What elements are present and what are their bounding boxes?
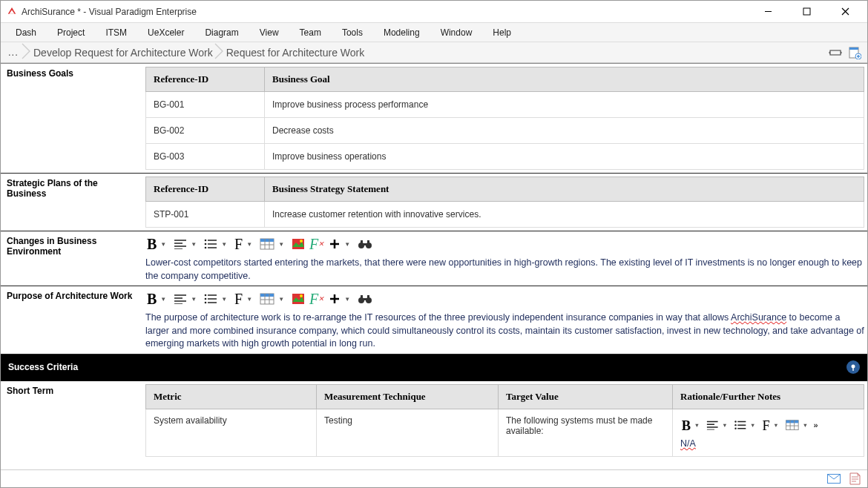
breadcrumb-item-2[interactable]: Request for Architecture Work <box>226 47 364 59</box>
bold-icon[interactable]: B <box>145 291 158 307</box>
title-bar: ArchiSurance * - Visual Paradigm Enterpr… <box>1 1 867 23</box>
fit-view-icon[interactable] <box>827 44 844 61</box>
breadcrumb-root[interactable]: ... <box>5 47 20 58</box>
table-icon[interactable] <box>258 291 276 307</box>
section-changes-env: Changes in Business Environment B▼ ▼ ▼ F… <box>1 231 867 286</box>
window-controls <box>752 1 861 22</box>
dropdown-arrow-icon[interactable]: ▼ <box>278 296 284 303</box>
note-icon[interactable] <box>848 472 861 486</box>
breadcrumb-item-1[interactable]: Develop Request for Architecture Work <box>33 47 213 59</box>
insert-icon[interactable] <box>327 236 342 252</box>
menu-team[interactable]: Team <box>289 24 332 41</box>
dropdown-arrow-icon[interactable]: ▼ <box>803 422 808 428</box>
pin-icon[interactable] <box>846 360 860 374</box>
binoculars-icon[interactable] <box>356 291 374 307</box>
spellcheck-flag: ArchiSurance <box>731 312 786 323</box>
format-clear-icon[interactable]: F✕ <box>308 236 326 252</box>
dropdown-arrow-icon[interactable]: ▼ <box>773 422 778 428</box>
rich-text-toolbar: B▼ ▼ ▼ F▼ ▼ F✕ ▼ <box>145 289 864 311</box>
svg-point-19 <box>205 302 207 304</box>
dropdown-arrow-icon[interactable]: ▼ <box>246 241 252 248</box>
menu-itsm[interactable]: ITSM <box>95 24 137 41</box>
list-icon[interactable] <box>203 236 219 252</box>
svg-rect-34 <box>786 420 799 423</box>
table-row[interactable]: BG-003Improve business operations <box>146 144 864 170</box>
bold-icon[interactable]: B <box>680 418 692 432</box>
content-pane[interactable]: Business Goals Reference-ID Business Goa… <box>1 63 867 469</box>
maximize-button[interactable] <box>790 1 823 22</box>
dropdown-arrow-icon[interactable]: ▼ <box>750 422 755 428</box>
svg-point-18 <box>205 298 207 300</box>
dropdown-arrow-icon[interactable]: ▼ <box>694 422 700 428</box>
success-criteria-header: Success Criteria <box>1 355 867 381</box>
svg-point-11 <box>300 240 303 243</box>
dropdown-arrow-icon[interactable]: ▼ <box>278 241 284 248</box>
menu-project[interactable]: Project <box>47 24 95 41</box>
section-label: Business Goals <box>1 64 145 173</box>
insert-icon[interactable] <box>327 291 342 307</box>
menu-bar: Dash Project ITSM UeXceler Diagram View … <box>1 23 867 42</box>
rich-text-content[interactable]: Lower-cost competitors started entering … <box>145 257 864 283</box>
menu-help[interactable]: Help <box>482 24 522 41</box>
table-row[interactable]: BG-002Decrease costs <box>146 118 864 144</box>
col-strategy: Business Strategy Statement <box>265 177 864 202</box>
align-icon[interactable] <box>172 291 188 307</box>
align-icon[interactable] <box>705 418 720 432</box>
window-title: ArchiSurance * - Visual Paradigm Enterpr… <box>22 7 752 17</box>
section-short-term: Short Term Metric Measurement Technique … <box>1 381 867 461</box>
dropdown-arrow-icon[interactable]: ▼ <box>191 296 197 303</box>
section-purpose: Purpose of Architecture Work B▼ ▼ ▼ F▼ ▼… <box>1 286 867 355</box>
table-icon[interactable] <box>258 236 276 252</box>
table-row[interactable]: STP-001Increase customer retention with … <box>146 202 864 228</box>
section-label: Changes in Business Environment <box>1 231 145 286</box>
font-icon[interactable]: F <box>233 236 244 252</box>
dropdown-arrow-icon[interactable]: ▼ <box>246 296 252 303</box>
table-icon[interactable] <box>784 418 800 432</box>
svg-rect-27 <box>367 295 369 299</box>
strategic-plans-table: Reference-ID Business Strategy Statement… <box>145 177 864 228</box>
menu-diagram[interactable]: Diagram <box>194 24 249 41</box>
rich-text-content[interactable]: N/A <box>680 438 856 451</box>
dropdown-arrow-icon[interactable]: ▼ <box>160 296 166 303</box>
menu-dash[interactable]: Dash <box>5 24 47 41</box>
menu-view[interactable]: View <box>249 24 289 41</box>
minimize-button[interactable] <box>752 1 784 22</box>
dropdown-arrow-icon[interactable]: ▼ <box>221 241 227 248</box>
dropdown-arrow-icon[interactable]: ▼ <box>221 296 227 303</box>
mail-icon[interactable] <box>827 472 841 486</box>
menu-modeling[interactable]: Modeling <box>373 24 430 41</box>
close-button[interactable] <box>829 1 861 22</box>
col-target: Target Value <box>499 384 673 409</box>
dropdown-arrow-icon[interactable]: ▼ <box>722 422 727 428</box>
bold-icon[interactable]: B <box>145 236 158 252</box>
image-icon[interactable] <box>290 236 306 252</box>
list-icon[interactable] <box>733 418 748 432</box>
menu-window[interactable]: Window <box>430 24 483 41</box>
binoculars-icon[interactable] <box>356 236 374 252</box>
page-add-icon[interactable] <box>846 44 863 61</box>
dropdown-arrow-icon[interactable]: ▼ <box>344 241 350 248</box>
svg-point-23 <box>300 294 303 297</box>
dropdown-arrow-icon[interactable]: ▼ <box>160 241 166 248</box>
format-clear-icon[interactable]: F✕ <box>308 291 326 307</box>
rich-text-content[interactable]: The purpose of architecture work is to r… <box>145 311 864 351</box>
image-icon[interactable] <box>290 291 306 307</box>
align-icon[interactable] <box>172 236 188 252</box>
dropdown-arrow-icon[interactable]: ▼ <box>344 296 350 303</box>
menu-tools[interactable]: Tools <box>332 24 373 41</box>
breadcrumb-bar: ... Develop Request for Architecture Wor… <box>1 42 867 63</box>
menu-uexceler[interactable]: UeXceler <box>137 24 194 41</box>
expand-toolbar-icon[interactable]: » <box>813 420 815 429</box>
rich-text-toolbar: B▼ ▼ ▼ F▼ ▼ » <box>680 416 842 437</box>
table-row[interactable]: System availability Testing The followin… <box>146 409 864 457</box>
font-icon[interactable]: F <box>761 418 772 432</box>
col-metric: Metric <box>146 384 317 409</box>
svg-rect-14 <box>361 240 363 244</box>
list-icon[interactable] <box>203 291 219 307</box>
short-term-table: Metric Measurement Technique Target Valu… <box>145 384 864 458</box>
section-label: Short Term <box>1 381 145 461</box>
dropdown-arrow-icon[interactable]: ▼ <box>191 241 197 248</box>
col-notes: Rationale/Further Notes <box>673 384 864 409</box>
font-icon[interactable]: F <box>233 291 244 307</box>
table-row[interactable]: BG-001Improve business process performan… <box>146 92 864 118</box>
